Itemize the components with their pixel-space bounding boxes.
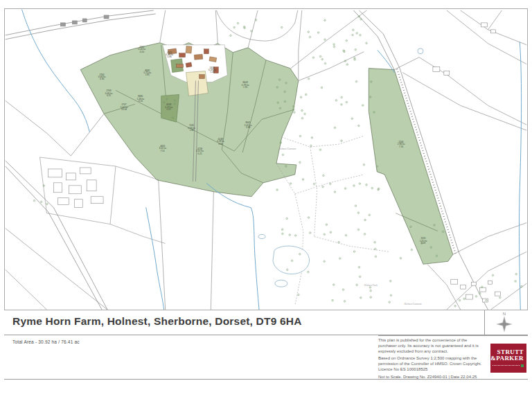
site-plan-map: 27640.06 ha0.3027090.06 ha0.1586820.75 h… — [5, 9, 527, 310]
legal-paragraph-3: Not to Scale. Drawing No. Z24940-01 | Da… — [378, 375, 484, 380]
title-band: Ryme Horn Farm, Holnest, Sherborne, Dors… — [4, 310, 528, 335]
property-sale-plan-sheet: { "title_block": { "title": "Ryme Horn F… — [0, 0, 532, 399]
legal-top-rule — [378, 335, 528, 336]
page-title: Ryme Horn Farm, Holnest, Sherborne, Dors… — [12, 315, 302, 328]
footer-band: Total Area - 30.92 ha / 76.41 ac This pl… — [4, 335, 528, 380]
place-name-label: Holnest Common — [278, 148, 296, 150]
strutt-parker-logo: STRUTT &PARKER — [490, 344, 526, 373]
north-arrow-icon — [496, 316, 513, 332]
legal-paragraph-1: This plan is published for the convenien… — [378, 338, 484, 354]
parkland-dashed-boundaries — [276, 136, 389, 305]
place-name-label: Holnest Park — [364, 284, 378, 287]
logo-tagline-rule — [493, 365, 520, 367]
place-name-label: Holnest Common — [404, 303, 422, 305]
legal-disclaimer: This plan is published for the convenien… — [378, 338, 484, 382]
north-arrow: N — [490, 312, 518, 335]
logo-line2: &PARKER — [490, 355, 524, 362]
total-area-label: Total Area - 30.92 ha / 76.41 ac — [12, 339, 80, 344]
title-divider — [484, 310, 485, 335]
green-parcels — [80, 43, 453, 265]
logo-green-square — [521, 364, 524, 367]
map-canvas: 27640.06 ha0.3027090.06 ha0.1586820.75 h… — [4, 8, 528, 310]
legal-paragraph-2: Based on Ordnance Survey 1:2,500 mapping… — [378, 356, 484, 372]
logo-tagline — [493, 364, 524, 367]
